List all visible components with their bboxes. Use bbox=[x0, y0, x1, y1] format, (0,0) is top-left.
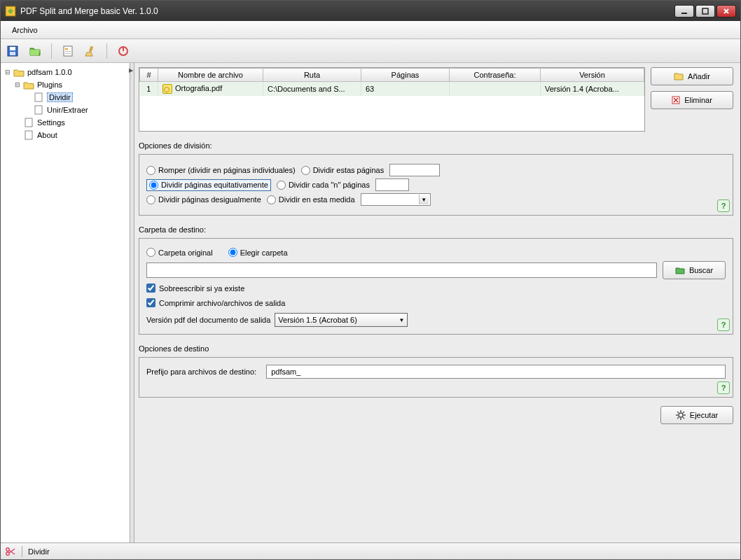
splitter[interactable] bbox=[130, 63, 134, 542]
svg-point-28 bbox=[6, 552, 9, 554]
close-button[interactable] bbox=[716, 5, 736, 18]
tree-unir-label: Unir/Extraer bbox=[47, 106, 88, 114]
col-password[interactable]: Contraseña: bbox=[450, 69, 541, 82]
clear-icon[interactable] bbox=[83, 43, 98, 59]
add-button[interactable]: Añadir bbox=[651, 67, 733, 85]
cell-path: C:\Documents and S... bbox=[263, 82, 361, 97]
version-label: Versión pdf del documento de salida bbox=[146, 316, 270, 324]
cell-name: Ortografia.pdf bbox=[158, 82, 263, 97]
svg-rect-8 bbox=[65, 51, 71, 52]
folder-icon bbox=[23, 80, 34, 90]
document-icon bbox=[23, 118, 34, 127]
gear-icon bbox=[676, 410, 686, 420]
log-icon[interactable] bbox=[60, 43, 76, 59]
browse-button[interactable]: Buscar bbox=[663, 261, 726, 279]
help-icon[interactable]: ? bbox=[717, 200, 730, 212]
remove-button[interactable]: Eliminar bbox=[651, 91, 733, 109]
svg-rect-15 bbox=[25, 118, 32, 127]
cell-pages: 63 bbox=[361, 82, 450, 97]
svg-rect-16 bbox=[25, 131, 32, 139]
file-table: # Nombre de archivo Ruta Páginas Contras… bbox=[139, 67, 645, 132]
check-overwrite[interactable]: Sobreescribir si ya existe bbox=[146, 284, 244, 293]
minimize-button[interactable] bbox=[674, 5, 694, 18]
tree-settings[interactable]: Settings bbox=[2, 116, 128, 129]
collapse-icon[interactable]: ⊟ bbox=[13, 80, 22, 89]
svg-line-23 bbox=[677, 412, 679, 413]
titlebar: PDF Split and Merge basic Ver. 1.0.0 bbox=[1, 1, 740, 21]
svg-line-26 bbox=[677, 417, 679, 419]
these-pages-input[interactable] bbox=[389, 164, 440, 176]
collapse-icon[interactable]: ⊟ bbox=[4, 68, 12, 76]
svg-rect-5 bbox=[10, 52, 15, 55]
tree-root[interactable]: ⊟ pdfsam 1.0.0 bbox=[2, 66, 128, 78]
radio-every-n[interactable]: Dividir cada "n" páginas bbox=[277, 181, 370, 190]
radio-unequal[interactable]: Dividir páginas desigualmente bbox=[146, 195, 261, 204]
check-compress[interactable]: Comprimir archivo/archivos de salida bbox=[146, 298, 285, 307]
svg-rect-9 bbox=[65, 53, 71, 54]
radio-choose-folder[interactable]: Elegir carpeta bbox=[228, 248, 288, 257]
window-title: PDF Split and Merge basic Ver. 1.0.0 bbox=[20, 6, 674, 16]
scissors-icon bbox=[5, 546, 16, 557]
dest-folder-input[interactable] bbox=[146, 262, 657, 278]
statusbar: Dividir bbox=[1, 542, 740, 559]
cell-password bbox=[450, 82, 541, 97]
toolbar-separator bbox=[51, 43, 52, 59]
svg-rect-1 bbox=[681, 13, 687, 14]
document-icon bbox=[33, 105, 44, 115]
folder-open-icon bbox=[675, 266, 685, 274]
svg-rect-13 bbox=[35, 93, 42, 102]
chevron-down-icon: ▼ bbox=[399, 317, 404, 323]
col-pages[interactable]: Páginas bbox=[361, 69, 450, 82]
execute-button[interactable]: Ejecutar bbox=[660, 406, 733, 424]
help-icon[interactable]: ? bbox=[717, 382, 730, 394]
menu-archivo[interactable]: Archivo bbox=[6, 23, 43, 37]
tree-plugins-label: Plugins bbox=[37, 80, 62, 89]
cell-num: 1 bbox=[140, 82, 158, 97]
open-icon[interactable] bbox=[27, 43, 43, 59]
svg-rect-14 bbox=[35, 106, 42, 114]
app-icon bbox=[5, 6, 16, 17]
col-name[interactable]: Nombre de archivo bbox=[158, 69, 263, 82]
table-row[interactable]: 1 Ortografia.pdf C:\Documents and S... 6… bbox=[140, 82, 644, 97]
radio-measure[interactable]: Dividir en esta medida bbox=[267, 195, 355, 204]
output-section-label: Opciones de destino bbox=[139, 344, 733, 353]
key-icon bbox=[162, 84, 172, 94]
every-n-input[interactable] bbox=[375, 178, 409, 191]
svg-rect-10 bbox=[89, 46, 93, 52]
radio-equal[interactable]: Dividir páginas equitativamente bbox=[146, 179, 271, 191]
version-select[interactable]: Versión 1.5 (Acrobat 6) ▼ bbox=[275, 313, 408, 327]
status-label: Dividir bbox=[28, 547, 50, 556]
col-path[interactable]: Ruta bbox=[263, 69, 361, 82]
svg-line-24 bbox=[683, 417, 684, 419]
help-icon[interactable]: ? bbox=[717, 318, 730, 331]
dest-panel: Carpeta original Elegir carpeta Buscar S… bbox=[139, 238, 733, 335]
document-icon bbox=[33, 92, 44, 102]
radio-these-pages[interactable]: Dividir estas páginas bbox=[301, 166, 385, 175]
measure-combo[interactable]: ▼ bbox=[361, 193, 431, 206]
maximize-button[interactable] bbox=[695, 5, 715, 18]
tree-about-label: About bbox=[37, 131, 57, 139]
prefix-label: Prefijo para archivos de destino: bbox=[146, 368, 256, 376]
split-options-panel: Romper (dividir en páginas individuales)… bbox=[139, 154, 733, 216]
col-num[interactable]: # bbox=[140, 69, 158, 82]
exit-icon[interactable] bbox=[116, 43, 131, 59]
output-panel: Prefijo para archivos de destino: ? bbox=[139, 357, 733, 398]
tree-plugins[interactable]: ⊟ Plugins bbox=[2, 78, 128, 91]
toolbar bbox=[1, 39, 740, 63]
tree-about[interactable]: About bbox=[2, 129, 128, 141]
prefix-input[interactable] bbox=[266, 365, 726, 379]
save-icon[interactable] bbox=[5, 43, 20, 59]
tree-dividir[interactable]: Dividir bbox=[2, 91, 128, 104]
tree-root-label: pdfsam 1.0.0 bbox=[27, 68, 72, 76]
svg-rect-4 bbox=[10, 47, 15, 50]
split-section-label: Opciones de división: bbox=[139, 141, 733, 150]
svg-point-27 bbox=[6, 547, 9, 550]
radio-original-folder[interactable]: Carpeta original bbox=[146, 248, 213, 257]
col-version[interactable]: Versión bbox=[541, 69, 644, 82]
radio-break[interactable]: Romper (dividir en páginas individuales) bbox=[146, 166, 296, 175]
cell-version: Versión 1.4 (Acroba... bbox=[541, 82, 644, 97]
main-panel: # Nombre de archivo Ruta Páginas Contras… bbox=[134, 63, 740, 542]
dest-section-label: Carpeta de destino: bbox=[139, 225, 733, 234]
add-icon bbox=[674, 71, 684, 81]
tree-unir[interactable]: Unir/Extraer bbox=[2, 104, 128, 116]
